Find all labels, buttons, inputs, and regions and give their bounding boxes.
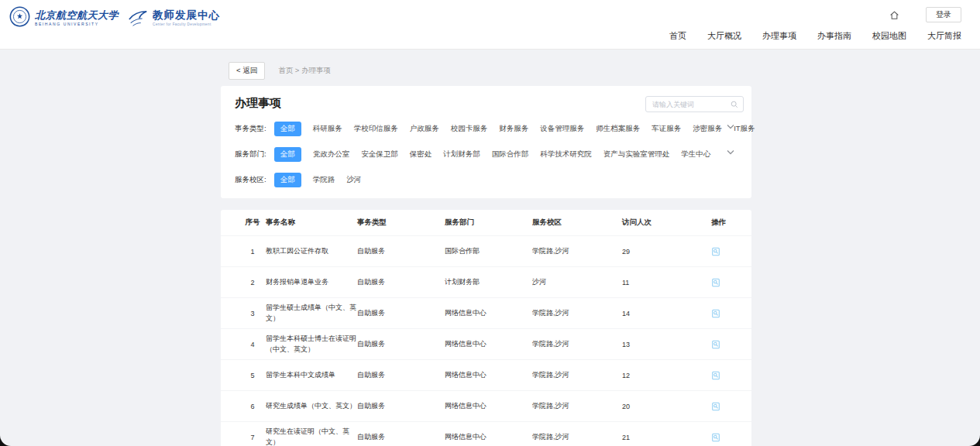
cell-campus: 学院路,沙河	[532, 339, 622, 349]
back-button[interactable]: < 返回	[229, 62, 265, 80]
filter-chip-selected[interactable]: 全部	[274, 122, 301, 136]
chevron-down-icon[interactable]	[727, 124, 734, 129]
cell-operation	[711, 402, 741, 411]
cell-type: 自助服务	[357, 432, 445, 442]
cell-name: 留学生本科硕士博士在读证明（中文、英文）	[266, 334, 357, 355]
filter-option[interactable]: 党政办公室	[313, 149, 350, 160]
filter-option[interactable]: 安全保卫部	[361, 149, 398, 160]
cell-dept: 国际合作部	[445, 246, 532, 256]
university-name-en: BEIHANG UNIVERSITY	[35, 22, 119, 26]
cell-visits: 14	[622, 310, 711, 317]
filter-option[interactable]: 车证服务	[652, 124, 681, 134]
cell-visits: 12	[622, 372, 711, 379]
filter-option[interactable]: 沙河	[346, 175, 361, 185]
table-body: 1教职工因公证件存取自助服务国际合作部学院路,沙河292财务报销单退单业务自助服…	[221, 235, 751, 446]
filter-option[interactable]: 保密处	[410, 149, 432, 160]
view-details-button[interactable]	[711, 278, 720, 287]
content-column: < 返回 首页 > 办理事项 办理事项 事务类型:全部科研服务学校印信服务户政服…	[221, 62, 751, 446]
cell-visits: 20	[622, 403, 711, 410]
table-row: 3留学生硕士成绩单（中文、英文）自助服务网络信息中心学院路,沙河14	[221, 297, 751, 328]
filter-option[interactable]: 学校印信服务	[354, 124, 398, 134]
center-name-en: Center for Faculty Development	[153, 22, 220, 26]
cell-operation	[711, 433, 741, 442]
filter-chip-selected[interactable]: 全部	[274, 173, 301, 187]
cell-dept: 计划财务部	[445, 277, 532, 287]
filter-option[interactable]: 设备管理服务	[540, 124, 584, 134]
view-details-button[interactable]	[711, 247, 720, 256]
search-input[interactable]	[646, 101, 731, 108]
cell-campus: 学院路,沙河	[532, 370, 622, 380]
nav-home[interactable]: 首页	[669, 30, 686, 42]
filter-option[interactable]: 户政服务	[410, 124, 439, 134]
column-header: 服务部门	[445, 218, 532, 228]
cell-operation	[711, 371, 741, 380]
filter-option[interactable]: 财务服务	[499, 124, 528, 134]
filter-option[interactable]: 学院路	[313, 175, 335, 185]
view-details-button[interactable]	[711, 433, 720, 442]
view-details-button[interactable]	[711, 371, 720, 380]
cell-type: 自助服务	[357, 277, 445, 287]
cell-dept: 网络信息中心	[445, 401, 532, 411]
nav-hall-bulletin[interactable]: 大厅简报	[927, 30, 961, 42]
view-details-button[interactable]	[711, 402, 720, 411]
column-header: 访问人次	[622, 218, 711, 228]
cell-dept: 网络信息中心	[445, 370, 532, 380]
table-row: 5留学生本科中文成绩单自助服务网络信息中心学院路,沙河12	[221, 359, 751, 390]
table-row: 2财务报销单退单业务自助服务计划财务部沙河11	[221, 266, 751, 297]
cell-campus: 学院路,沙河	[532, 246, 622, 256]
home-icon[interactable]	[888, 9, 901, 22]
filter-rows: 事务类型:全部科研服务学校印信服务户政服务校园卡服务财务服务设备管理服务师生档案…	[235, 122, 741, 187]
services-table: 序号事务名称事务类型服务部门服务校区访问人次操作 1教职工因公证件存取自助服务国…	[221, 210, 751, 446]
nav-hall-overview[interactable]: 大厅概况	[707, 30, 741, 42]
filter-label: 服务部门:	[235, 149, 266, 160]
table-row: 6研究生成绩单（中文、英文）自助服务网络信息中心学院路,沙河20	[221, 390, 751, 421]
cell-visits: 21	[622, 434, 711, 441]
column-header: 操作	[711, 218, 741, 228]
login-button[interactable]: 登录	[926, 7, 961, 22]
filter-option[interactable]: 资产与实验室管理处	[603, 149, 670, 160]
cell-type: 自助服务	[357, 370, 445, 380]
university-name-cn: 北京航空航天大学	[35, 10, 119, 21]
filter-option[interactable]: 国际合作部	[492, 149, 529, 160]
filter-option[interactable]: 师生档案服务	[596, 124, 640, 134]
filter-option[interactable]: 计划财务部	[443, 149, 480, 160]
cell-no: 5	[239, 372, 266, 379]
filter-row-service-campus: 服务校区:全部学院路沙河	[235, 173, 741, 187]
cell-dept: 网络信息中心	[445, 308, 532, 318]
breadcrumb-row: < 返回 首页 > 办理事项	[229, 62, 751, 80]
filter-option[interactable]: 校园卡服务	[451, 124, 488, 134]
cell-campus: 沙河	[532, 277, 622, 287]
cell-visits: 11	[622, 279, 711, 286]
column-header: 事务名称	[266, 217, 357, 228]
column-header: 服务校区	[532, 218, 622, 228]
university-seal-icon	[9, 6, 30, 30]
view-details-button[interactable]	[711, 340, 720, 349]
cell-dept: 网络信息中心	[445, 339, 532, 349]
filter-option[interactable]: 涉密服务	[693, 124, 722, 134]
cell-campus: 学院路,沙河	[532, 401, 622, 411]
breadcrumb[interactable]: 首页 > 办理事项	[278, 66, 331, 76]
chevron-down-icon[interactable]	[727, 149, 734, 155]
cell-name: 留学生硕士成绩单（中文、英文）	[266, 303, 357, 324]
main-nav: 首页大厅概况办理事项办事指南校园地图大厅简报	[669, 30, 961, 42]
view-details-button[interactable]	[711, 309, 720, 318]
cell-name: 财务报销单退单业务	[266, 277, 357, 288]
center-name-cn: 教师发展中心	[153, 10, 220, 22]
filter-option[interactable]: 科研服务	[313, 124, 342, 134]
university-logo: 北京航空航天大学 BEIHANG UNIVERSITY 教师发展中心 Cente…	[9, 6, 220, 30]
cell-campus: 学院路,沙河	[532, 432, 622, 442]
filter-option[interactable]: IT服务	[734, 124, 755, 134]
cell-type: 自助服务	[357, 246, 445, 256]
nav-service-items[interactable]: 办理事项	[762, 30, 796, 42]
column-header: 序号	[239, 218, 266, 228]
cell-type: 自助服务	[357, 339, 445, 349]
cell-operation	[711, 309, 741, 318]
nav-service-guide[interactable]: 办事指南	[817, 30, 851, 42]
filter-option[interactable]: 科学技术研究院	[540, 149, 592, 160]
nav-campus-map[interactable]: 校园地图	[872, 30, 906, 42]
filter-chip-selected[interactable]: 全部	[274, 147, 301, 162]
cell-operation	[711, 340, 741, 349]
cell-no: 4	[239, 341, 266, 348]
column-header: 事务类型	[357, 218, 445, 228]
filter-option[interactable]: 学生中心	[681, 149, 710, 160]
